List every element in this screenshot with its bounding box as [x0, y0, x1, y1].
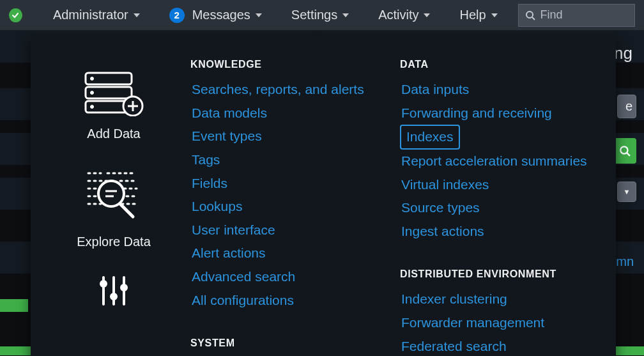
link-all-configurations[interactable]: All configurations: [190, 289, 295, 313]
nav-activity[interactable]: Activity: [369, 4, 439, 26]
search-placeholder: Find: [540, 8, 563, 22]
link-source-types[interactable]: Source types: [400, 196, 481, 220]
link-forwarding-receiving[interactable]: Forwarding and receiving: [400, 102, 553, 125]
svg-point-30: [101, 281, 106, 286]
nav-settings-label: Settings: [291, 8, 337, 22]
link-data-inputs[interactable]: Data inputs: [400, 78, 470, 102]
topbar: Administrator 2 Messages Settings Activi…: [0, 0, 644, 31]
link-forwarder-management[interactable]: Forwarder management: [400, 311, 546, 335]
nav-administrator[interactable]: Administrator: [44, 4, 149, 26]
link-virtual-indexes[interactable]: Virtual indexes: [400, 173, 490, 197]
search-input[interactable]: Find: [518, 4, 635, 27]
chevron-down-icon: [134, 13, 140, 17]
add-data-icon: [82, 69, 146, 116]
link-searches-reports-alerts[interactable]: Searches, reports, and alerts: [190, 78, 365, 102]
system-heading: SYSTEM: [190, 337, 387, 349]
link-fields[interactable]: Fields: [190, 172, 229, 196]
link-ingest-actions[interactable]: Ingest actions: [400, 220, 486, 244]
data-list: Data inputs Forwarding and receiving Ind…: [400, 78, 597, 243]
status-ok-icon: [9, 8, 22, 22]
chevron-down-icon: [342, 13, 349, 17]
nav-messages-label: Messages: [192, 8, 250, 22]
svg-point-32: [121, 285, 126, 290]
knowledge-list: Searches, reports, and alerts Data model…: [190, 78, 387, 312]
svg-line-1: [532, 17, 535, 20]
svg-point-5: [91, 77, 94, 81]
bg-search-button[interactable]: [613, 138, 636, 164]
bg-green-indicator: [0, 299, 28, 312]
nav-settings[interactable]: Settings: [282, 4, 358, 26]
messages-badge: 2: [169, 8, 185, 23]
svg-line-26: [120, 204, 133, 217]
link-user-interface[interactable]: User interface: [190, 219, 277, 242]
link-tags[interactable]: Tags: [190, 148, 221, 172]
panel-middle-column: KNOWLEDGE Searches, reports, and alerts …: [178, 56, 387, 356]
link-event-types[interactable]: Event types: [190, 125, 263, 148]
chevron-down-icon: [424, 13, 430, 17]
panel-left-column: Add Data: [50, 56, 178, 356]
chevron-down-icon: [491, 13, 498, 17]
svg-point-31: [111, 294, 116, 299]
search-icon: [525, 10, 535, 20]
settings-dropdown-panel: Add Data: [31, 37, 616, 356]
explore-data-label: Explore Data: [77, 235, 151, 249]
svg-line-3: [627, 153, 630, 156]
add-data-block[interactable]: Add Data: [82, 69, 146, 141]
link-lookups[interactable]: Lookups: [190, 195, 243, 219]
nav-help[interactable]: Help: [450, 4, 506, 26]
data-heading: DATA: [400, 59, 597, 70]
link-indexes[interactable]: Indexes: [400, 125, 460, 150]
dropdown-arrow-icon: [310, 31, 323, 37]
svg-point-9: [91, 105, 94, 109]
link-data-models[interactable]: Data models: [190, 102, 268, 125]
nav-help-label: Help: [459, 8, 486, 22]
search-icon: [619, 145, 631, 157]
bg-button-1[interactable]: e: [617, 95, 636, 118]
link-federated-search[interactable]: Federated search: [400, 335, 508, 356]
explore-data-block[interactable]: Explore Data: [77, 167, 151, 249]
link-report-acceleration[interactable]: Report acceleration summaries: [400, 150, 588, 173]
explore-data-icon: [82, 167, 146, 224]
sliders-icon: [95, 275, 133, 307]
nav-messages[interactable]: 2 Messages: [160, 4, 271, 27]
nav-activity-label: Activity: [378, 8, 418, 22]
add-data-label: Add Data: [82, 127, 146, 141]
svg-point-7: [91, 91, 94, 95]
bg-dropdown-button[interactable]: ▼: [617, 182, 636, 202]
chevron-down-icon: [256, 13, 262, 17]
link-alert-actions[interactable]: Alert actions: [190, 242, 267, 265]
knowledge-heading: KNOWLEDGE: [190, 59, 387, 70]
svg-point-0: [526, 12, 533, 18]
distributed-list: Indexer clustering Forwarder management …: [400, 288, 597, 356]
monitoring-console-block[interactable]: [95, 275, 133, 309]
link-advanced-search[interactable]: Advanced search: [190, 265, 296, 289]
svg-point-2: [620, 146, 627, 153]
link-indexer-clustering[interactable]: Indexer clustering: [400, 288, 509, 311]
distributed-heading: DISTRIBUTED ENVIRONMENT: [400, 268, 597, 280]
nav-administrator-label: Administrator: [53, 8, 128, 22]
panel-right-column: DATA Data inputs Forwarding and receivin…: [387, 56, 597, 356]
